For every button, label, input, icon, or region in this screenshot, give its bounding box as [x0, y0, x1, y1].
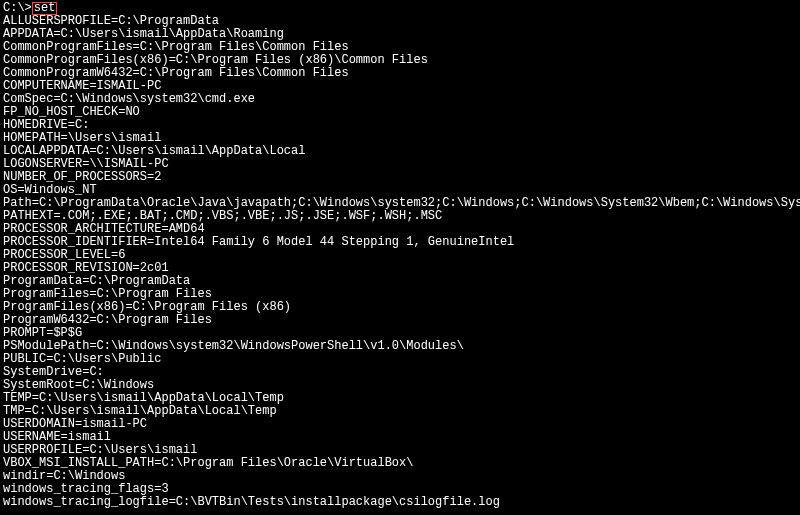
- prompt: C:\>: [3, 1, 32, 15]
- env-output: ALLUSERSPROFILE=C:\ProgramData APPDATA=C…: [3, 14, 800, 509]
- terminal-output[interactable]: C:\>set ALLUSERSPROFILE=C:\ProgramData A…: [0, 0, 794, 511]
